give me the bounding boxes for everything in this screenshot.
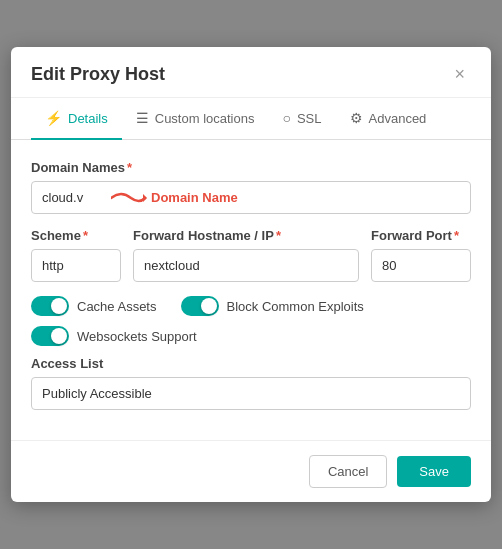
modal-overlay: Edit Proxy Host × ⚡ Details ☰ Custom loc… [0, 0, 502, 549]
cache-assets-toggle[interactable] [31, 296, 69, 316]
close-button[interactable]: × [448, 63, 471, 85]
tab-details[interactable]: ⚡ Details [31, 98, 122, 140]
save-button[interactable]: Save [397, 456, 471, 487]
toggles-row-2: Websockets Support [31, 326, 471, 346]
domain-names-group: Domain Names* Domain Name [31, 160, 471, 214]
ssl-icon: ○ [282, 110, 290, 126]
block-exploits-label: Block Common Exploits [227, 299, 364, 314]
modal-footer: Cancel Save [11, 440, 491, 502]
tab-custom-locations-label: Custom locations [155, 111, 255, 126]
tab-ssl-label: SSL [297, 111, 322, 126]
tab-custom-locations[interactable]: ☰ Custom locations [122, 98, 269, 140]
port-label: Forward Port* [371, 228, 471, 243]
domain-names-label: Domain Names* [31, 160, 471, 175]
hostname-group: Forward Hostname / IP* [133, 228, 359, 282]
port-group: Forward Port* [371, 228, 471, 282]
scheme-hostname-port-row: Scheme* Forward Hostname / IP* Forward P… [31, 228, 471, 282]
modal-header: Edit Proxy Host × [11, 47, 491, 98]
websockets-toggle[interactable] [31, 326, 69, 346]
scheme-group: Scheme* [31, 228, 121, 282]
tab-advanced[interactable]: ⚙ Advanced [336, 98, 441, 140]
custom-locations-icon: ☰ [136, 110, 149, 126]
hostname-input[interactable] [133, 249, 359, 282]
scheme-input[interactable] [31, 249, 121, 282]
modal: Edit Proxy Host × ⚡ Details ☰ Custom loc… [11, 47, 491, 502]
modal-body: Domain Names* Domain Name [11, 140, 491, 440]
access-list-label: Access List [31, 356, 471, 371]
cancel-button[interactable]: Cancel [309, 455, 387, 488]
cache-assets-toggle-item: Cache Assets [31, 296, 157, 316]
hostname-label: Forward Hostname / IP* [133, 228, 359, 243]
websockets-toggle-item: Websockets Support [31, 326, 197, 346]
domain-input-wrapper: Domain Name [31, 181, 471, 214]
details-icon: ⚡ [45, 110, 62, 126]
access-list-group: Access List [31, 356, 471, 410]
tab-advanced-label: Advanced [369, 111, 427, 126]
tab-details-label: Details [68, 111, 108, 126]
websockets-label: Websockets Support [77, 329, 197, 344]
modal-title: Edit Proxy Host [31, 64, 165, 85]
scheme-label: Scheme* [31, 228, 121, 243]
advanced-icon: ⚙ [350, 110, 363, 126]
port-input[interactable] [371, 249, 471, 282]
toggles-row-1: Cache Assets Block Common Exploits [31, 296, 471, 316]
tab-ssl[interactable]: ○ SSL [268, 98, 335, 140]
domain-names-input[interactable] [31, 181, 471, 214]
cache-assets-label: Cache Assets [77, 299, 157, 314]
tabs-container: ⚡ Details ☰ Custom locations ○ SSL ⚙ Adv… [11, 98, 491, 140]
access-list-input[interactable] [31, 377, 471, 410]
block-exploits-toggle-item: Block Common Exploits [181, 296, 364, 316]
block-exploits-toggle[interactable] [181, 296, 219, 316]
